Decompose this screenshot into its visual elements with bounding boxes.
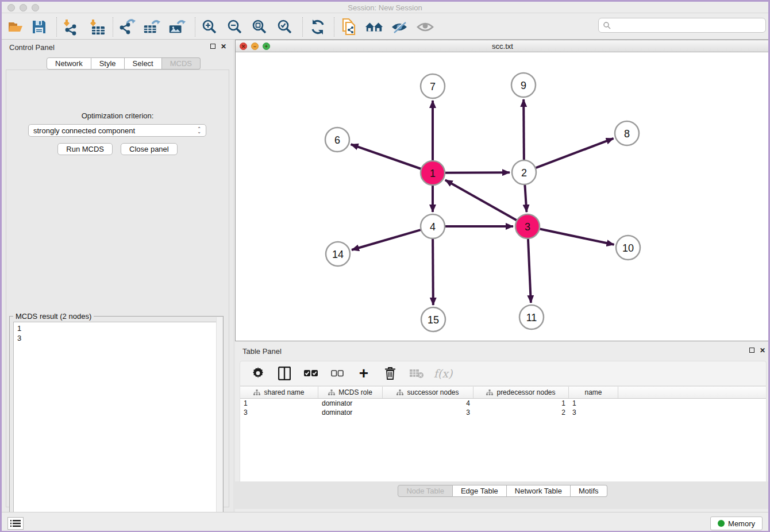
graph-node-label-1: 1 (430, 168, 436, 179)
column-header-mcds-role[interactable]: MCDS role (318, 387, 383, 398)
close-panel-button[interactable]: Close panel (121, 143, 178, 155)
tab-style[interactable]: Style (91, 57, 125, 70)
graph-edge-2-8[interactable] (536, 138, 614, 168)
graph-node-label-2: 2 (521, 167, 527, 179)
open-file-icon[interactable] (6, 18, 25, 36)
attribute-icon (396, 390, 403, 396)
column-header-successor-nodes[interactable]: successor nodes (383, 387, 473, 398)
memory-button[interactable]: Memory (710, 516, 763, 530)
zoom-selected-icon[interactable] (276, 18, 294, 36)
network-window-titlebar[interactable]: ✕ − + scc.txt (236, 40, 769, 52)
graph-edge-2-3[interactable] (525, 185, 526, 212)
graph-edge-2-9[interactable] (523, 99, 524, 160)
float-table-panel-icon[interactable] (749, 347, 754, 354)
delete-icon[interactable] (383, 366, 398, 381)
first-neighbors-icon[interactable] (365, 18, 383, 36)
gear-icon[interactable] (251, 366, 265, 381)
mcds-result-group: MCDS result (2 nodes) 1 3 (9, 316, 224, 532)
graph-node-label-6: 6 (334, 134, 340, 146)
task-history-button[interactable] (7, 517, 24, 530)
export-table-icon[interactable] (143, 18, 161, 36)
graph-edge-4-15[interactable] (433, 239, 433, 305)
tab-mcds[interactable]: MCDS (162, 57, 201, 70)
graph-node-label-8: 8 (624, 128, 630, 140)
import-table-icon[interactable] (88, 18, 106, 36)
optimization-criterion-value: strongly connected component (33, 126, 135, 135)
apply-layout-icon[interactable] (309, 18, 327, 36)
export-image-icon[interactable] (168, 18, 186, 36)
add-icon[interactable]: + (356, 366, 371, 381)
status-bar: Memory (2, 512, 768, 531)
search-input[interactable] (613, 21, 765, 29)
graph-node-label-14: 14 (332, 249, 344, 260)
toolbar-separator (195, 17, 195, 37)
columns-icon[interactable] (277, 366, 292, 381)
window-titlebar: Session: New Session (2, 2, 768, 13)
table-panel-title: Table Panel (242, 347, 282, 356)
export-network-icon[interactable] (118, 18, 136, 36)
table-toolbar: + f(x) (240, 361, 767, 386)
table-panel: Table Panel ✕ + (235, 344, 770, 512)
mcds-panel: Optimization criterion: strongly connect… (6, 70, 229, 507)
toolbar-separator (113, 17, 113, 37)
network-graph-canvas[interactable]: 7968124314101511 (236, 53, 769, 341)
show-all-icon[interactable] (416, 18, 434, 36)
tab-edge-table[interactable]: Edge Table (453, 485, 507, 497)
graph-edge-1-2[interactable] (445, 172, 510, 173)
close-table-panel-icon[interactable]: ✕ (760, 347, 765, 354)
tab-network-table[interactable]: Network Table (507, 485, 571, 497)
save-session-icon[interactable] (30, 18, 48, 36)
network-window-title: scc.txt (236, 42, 769, 51)
application-window: Session: New Session (0, 0, 770, 532)
delete-table-icon[interactable] (409, 366, 424, 381)
cell-shared-name: 1 (240, 399, 318, 407)
network-clone-icon[interactable] (340, 18, 359, 36)
graph-edge-3-11[interactable] (528, 239, 531, 303)
toolbar-separator (56, 17, 57, 37)
hide-selected-icon[interactable] (390, 18, 409, 36)
table-row[interactable]: 3 dominator 3 2 3 (240, 408, 766, 417)
zoom-fit-icon[interactable] (251, 18, 269, 36)
close-panel-icon[interactable]: ✕ (221, 43, 226, 50)
table-row[interactable]: 1 dominator 4 1 1 (240, 399, 766, 408)
zoom-out-icon[interactable] (226, 18, 244, 36)
network-view-window: ✕ − + scc.txt 7968124314101511 (235, 40, 770, 341)
graph-edge-1-6[interactable] (351, 144, 421, 168)
function-icon[interactable]: f(x) (436, 366, 451, 381)
mcds-result-scrollbar[interactable] (216, 317, 222, 523)
zoom-in-icon[interactable] (201, 18, 219, 36)
tab-select[interactable]: Select (125, 57, 162, 70)
memory-status-icon (718, 520, 725, 527)
graph-node-label-15: 15 (428, 314, 439, 326)
import-network-icon[interactable] (61, 18, 80, 36)
float-panel-icon[interactable] (210, 43, 215, 50)
control-panel-tabs: Network Style Select MCDS (47, 57, 201, 70)
column-header-name[interactable]: name (569, 387, 618, 398)
graph-edge-3-10[interactable] (540, 229, 614, 245)
cell-successor-nodes: 3 (383, 408, 473, 417)
deselect-all-icon[interactable] (330, 366, 345, 381)
optimization-criterion-select[interactable]: strongly connected component ⌃⌄ (28, 124, 206, 137)
chevron-up-down-icon: ⌃⌄ (197, 128, 201, 133)
column-header-shared-name[interactable]: shared name (240, 387, 318, 398)
search-box (598, 18, 766, 33)
main-toolbar (2, 14, 768, 40)
graph-edge-3-1[interactable] (445, 180, 517, 220)
control-panel-title: Control Panel (9, 43, 55, 52)
graph-edge-4-14[interactable] (352, 230, 421, 250)
cell-mcds-role: dominator (318, 408, 383, 417)
cell-name: 3 (569, 408, 618, 417)
attribute-icon (486, 390, 493, 396)
select-all-icon[interactable] (303, 366, 318, 381)
attribute-icon (328, 390, 335, 396)
toolbar-separator (302, 17, 303, 37)
tab-motifs[interactable]: Motifs (571, 485, 607, 497)
tab-network[interactable]: Network (47, 57, 91, 70)
tab-node-table[interactable]: Node Table (398, 485, 453, 497)
mcds-result-text[interactable]: 1 3 (13, 322, 220, 529)
graph-node-label-7: 7 (430, 81, 436, 92)
run-mcds-button[interactable]: Run MCDS (57, 143, 113, 155)
column-header-predecessor-nodes[interactable]: predecessor nodes (473, 387, 569, 398)
cell-predecessor-nodes: 1 (473, 399, 569, 407)
graph-edges[interactable] (351, 99, 614, 305)
